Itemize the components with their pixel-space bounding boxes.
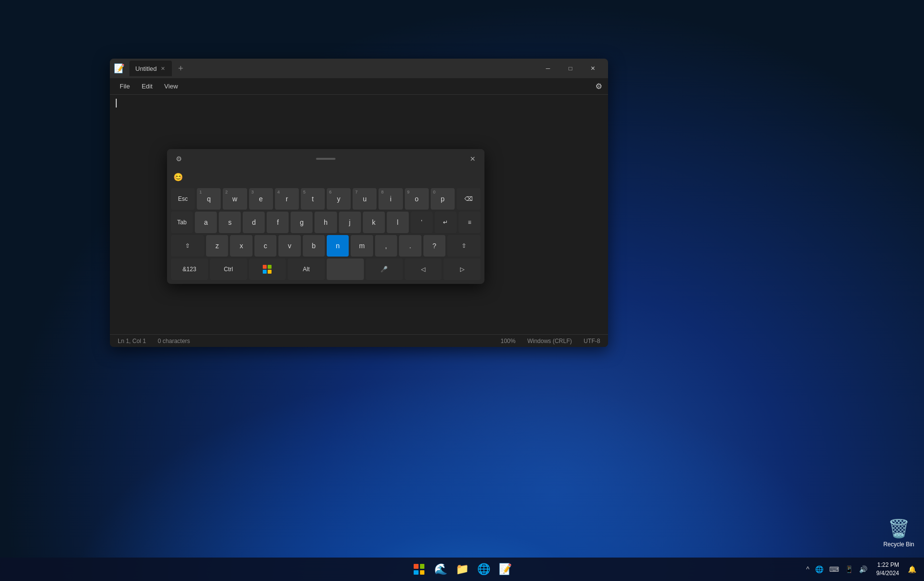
key-backspace[interactable]: ⌫ [457,188,481,210]
keyboard-row-2: Tab a s d f g h j k l ' ↵ ≡ [171,212,481,233]
key-n[interactable]: n [327,235,349,257]
key-right-arrow[interactable]: ▷ [443,258,481,280]
key-comma[interactable]: , [375,235,397,257]
notepad-app-icon: 📝 [114,63,125,74]
emoji-button[interactable]: 😊 [171,170,186,184]
key-y[interactable]: 6y [327,188,351,210]
new-tab-button[interactable]: + [174,62,188,75]
key-z[interactable]: z [206,235,228,257]
key-a[interactable]: a [195,212,217,233]
settings-icon[interactable]: ⚙ [593,80,604,93]
taskbar-date: 9/4/2024 [876,569,899,578]
key-symbols[interactable]: &123 [171,258,208,280]
key-windows[interactable] [249,258,286,280]
key-l[interactable]: l [387,212,409,233]
key-i[interactable]: 8i [378,188,402,210]
key-question[interactable]: ? [423,235,445,257]
key-q[interactable]: 1q [197,188,221,210]
keyboard-layout-icon[interactable]: ⌨ [827,563,841,575]
key-menu[interactable]: ≡ [459,212,481,233]
zoom-level[interactable]: 100% [501,338,516,344]
network-icon[interactable]: 🌐 [813,563,825,575]
keyboard-row-1: Esc 1q 2w 3e 4r 5t 6y 7u 8i 9o 0p ⌫ [171,188,481,210]
key-microphone[interactable]: 🎤 [366,258,403,280]
key-m[interactable]: m [351,235,373,257]
tablet-icon[interactable]: 📱 [843,563,855,575]
encoding[interactable]: UTF-8 [584,338,600,344]
key-alt[interactable]: Alt [288,258,325,280]
key-space[interactable] [327,258,364,280]
key-d[interactable]: d [243,212,265,233]
key-period[interactable]: . [399,235,421,257]
taskbar-clock[interactable]: 1:22 PM 9/4/2024 [872,561,903,578]
notification-icon[interactable]: 🔔 [906,563,918,575]
key-u[interactable]: 7u [353,188,377,210]
taskbar-browser-icon[interactable]: 🌐 [474,559,493,579]
tab-label: Untitled [135,65,157,72]
key-g[interactable]: g [291,212,313,233]
key-v[interactable]: v [278,235,300,257]
maximize-button[interactable]: □ [559,61,582,76]
key-apostrophe[interactable]: ' [411,212,433,233]
taskbar-right: ^ 🌐 ⌨ 📱 🔊 1:22 PM 9/4/2024 🔔 [804,561,918,578]
status-bar: Ln 1, Col 1 0 characters 100% Windows (C… [110,334,608,347]
key-shift-left[interactable]: ⇧ [171,235,204,257]
close-button[interactable]: ✕ [582,61,604,76]
taskbar-time: 1:22 PM [876,561,899,569]
keyboard-row-3: ⇧ z x c v b n m , . ? ⇧ [171,235,481,257]
menu-bar: File Edit View ⚙ [110,78,608,95]
taskbar: 🌊 📁 🌐 📝 ^ 🌐 ⌨ 📱 🔊 1:22 PM 9/4/2024 🔔 [0,558,924,581]
recycle-bin-icon: 🗑️ [888,518,910,539]
menu-edit[interactable]: Edit [136,81,158,92]
text-cursor [116,99,117,108]
key-enter[interactable]: ↵ [435,212,457,233]
chevron-icon[interactable]: ^ [804,563,812,575]
key-c[interactable]: c [254,235,276,257]
menu-file[interactable]: File [114,81,136,92]
minimize-button[interactable]: ─ [537,61,559,76]
taskbar-start-button[interactable] [409,559,429,579]
key-r[interactable]: 4r [275,188,299,210]
key-p[interactable]: 0p [431,188,455,210]
recycle-bin[interactable]: 🗑️ Recycle Bin [883,518,914,548]
key-x[interactable]: x [230,235,252,257]
line-ending[interactable]: Windows (CRLF) [527,338,572,344]
key-f[interactable]: f [267,212,289,233]
keyboard-toolbar: 😊 [167,169,484,186]
taskbar-center: 🌊 📁 🌐 📝 [409,559,515,579]
taskbar-notepad-icon[interactable]: 📝 [495,559,515,579]
key-j[interactable]: j [339,212,361,233]
key-tab[interactable]: Tab [171,212,193,233]
key-s[interactable]: s [219,212,241,233]
keyboard-row-4: &123 Ctrl Alt 🎤 ◁ ▷ [171,258,481,280]
key-w[interactable]: 2w [223,188,247,210]
key-b[interactable]: b [303,235,325,257]
key-h[interactable]: h [315,212,336,233]
keyboard-drag-handle[interactable] [186,158,466,160]
key-k[interactable]: k [363,212,385,233]
title-bar: 📝 Untitled ✕ + ─ □ ✕ [110,59,608,78]
notepad-tab[interactable]: Untitled ✕ [129,61,172,76]
key-e[interactable]: 3e [249,188,273,210]
keyboard-close-button[interactable]: ✕ [466,152,480,166]
window-controls: ─ □ ✕ [537,61,604,76]
key-ctrl[interactable]: Ctrl [210,258,247,280]
key-t[interactable]: 5t [301,188,325,210]
volume-icon[interactable]: 🔊 [857,563,869,575]
menu-view[interactable]: View [158,81,184,92]
desktop-wallpaper-accent [0,337,924,581]
virtual-keyboard: ⚙ ✕ 😊 Esc 1q 2w 3e 4r 5t 6y 7u 8i 9o 0p … [167,149,484,284]
key-shift-right[interactable]: ⇧ [447,235,481,257]
recycle-bin-label: Recycle Bin [883,541,914,548]
key-left-arrow[interactable]: ◁ [405,258,442,280]
keyboard-settings-button[interactable]: ⚙ [172,152,186,166]
tab-close-button[interactable]: ✕ [160,65,166,73]
tab-area: 📝 Untitled ✕ + [114,61,537,76]
taskbar-explorer-icon[interactable]: 📁 [452,559,472,579]
key-o[interactable]: 9o [405,188,429,210]
key-esc[interactable]: Esc [171,188,195,210]
menu-items: File Edit View [114,81,184,92]
cursor-position: Ln 1, Col 1 [118,338,146,344]
drag-line [316,158,336,160]
taskbar-copilot-icon[interactable]: 🌊 [431,559,450,579]
